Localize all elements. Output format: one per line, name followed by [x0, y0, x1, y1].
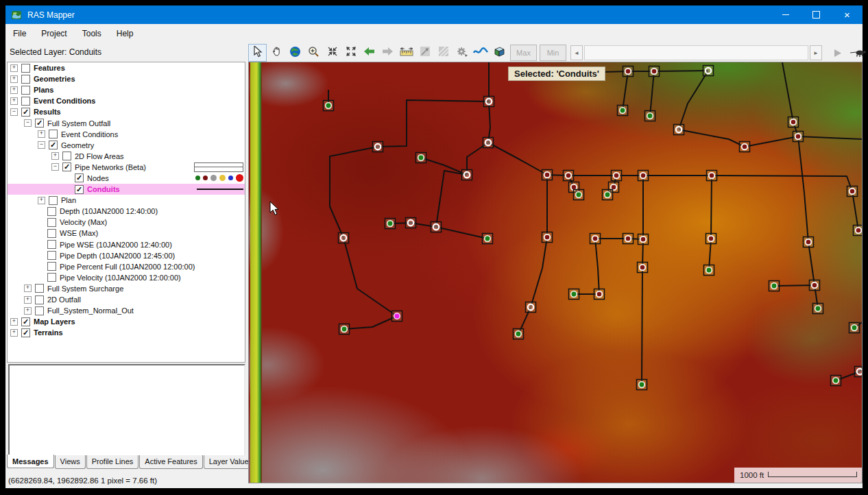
3d-viewer-button[interactable]	[490, 45, 507, 61]
pipe-node-g[interactable]	[483, 234, 493, 244]
checkbox-pipe-depth-10jan2000-12-45-00[interactable]	[47, 251, 56, 260]
tree-item-pipe-velocity-10jan2000-12-00-00[interactable]: Pipe Velocity (10JAN2000 12:00:00)	[8, 272, 245, 283]
tab-messages[interactable]: Messages	[7, 455, 54, 468]
map-view[interactable]: Selected: 'Conduits' 1000 ft	[248, 62, 863, 483]
tab-active-features[interactable]: Active Features	[139, 455, 202, 469]
checkbox-features[interactable]	[21, 64, 30, 73]
close-button[interactable]: ×	[832, 5, 863, 24]
tree-item-nodes[interactable]: ✓Nodes	[8, 173, 245, 184]
pipe-node-m[interactable]	[392, 311, 402, 322]
pipe-node-h[interactable]	[339, 233, 349, 243]
tab-profile-lines[interactable]: Profile Lines	[86, 455, 139, 469]
checkbox-2d-outfall[interactable]	[35, 295, 44, 304]
profile-line-tool-button[interactable]	[416, 45, 433, 61]
tree-item-geometries[interactable]: +Geometries	[8, 73, 245, 84]
menu-file[interactable]: File	[5, 26, 34, 41]
tree-item-pipe-wse-10jan2000-12-40-00[interactable]: Pipe WSE (10JAN2000 12:40:00)	[8, 239, 245, 250]
pipe-node-h[interactable]	[526, 302, 536, 313]
expand-icon[interactable]: +	[10, 97, 18, 105]
expand-icon[interactable]: +	[24, 285, 32, 292]
pipe-node-j[interactable]	[612, 171, 622, 181]
pipe-node-g[interactable]	[769, 281, 780, 291]
tree-item-full-system-normal-out[interactable]: +Full_System_Normal_Out	[8, 305, 245, 316]
play-animation-button[interactable]	[829, 45, 846, 61]
pipe-node-h[interactable]	[674, 125, 684, 135]
pipe-node-g[interactable]	[514, 329, 524, 339]
pipe-node-h[interactable]	[406, 218, 416, 228]
pipe-node-g[interactable]	[385, 219, 396, 229]
pipe-node-j[interactable]	[854, 226, 863, 236]
checkbox-event-conditions[interactable]	[49, 130, 58, 138]
tree-item-pipe-depth-10jan2000-12-45-00[interactable]: Pipe Depth (10JAN2000 12:45:00)	[8, 250, 245, 261]
conduit-line[interactable]	[547, 175, 852, 191]
pipe-node-h[interactable]	[431, 222, 442, 232]
tree-item-2d-outfall[interactable]: +2D Outfall	[8, 294, 245, 305]
tree-item-pipe-networks-beta[interactable]: −✓Pipe Networks (Beta)	[8, 162, 245, 173]
tab-views[interactable]: Views	[55, 455, 86, 469]
collapse-icon[interactable]: −	[51, 163, 59, 171]
tree-item-terrains[interactable]: +✓Terrains	[8, 327, 245, 338]
pipe-node-g[interactable]	[813, 304, 823, 314]
pipe-node-g[interactable]	[416, 153, 426, 163]
expand-icon[interactable]: +	[38, 130, 45, 138]
pipe-node-h[interactable]	[483, 138, 494, 148]
maximize-button[interactable]	[801, 5, 832, 24]
pipe-node-g[interactable]	[574, 190, 584, 200]
zoom-tool-button[interactable]	[305, 45, 322, 61]
conduit-line[interactable]	[330, 147, 378, 238]
conduit-line[interactable]	[745, 136, 798, 147]
pipe-node-g[interactable]	[831, 376, 841, 386]
pipe-node-j[interactable]	[649, 67, 660, 77]
conduit-line[interactable]	[595, 239, 599, 294]
checkbox-geometry[interactable]: ✓	[49, 141, 58, 149]
time-slider-left-arrow[interactable]: ◄	[570, 45, 583, 60]
menu-help[interactable]: Help	[109, 26, 141, 41]
checkbox-2d-flow-areas[interactable]	[62, 152, 71, 160]
previous-view-button[interactable]	[361, 45, 378, 61]
tree-item-velocity-max[interactable]: Velocity (Max)	[8, 217, 245, 228]
checkbox-pipe-percent-full-10jan2000-12-00-00[interactable]	[47, 262, 56, 271]
expand-icon[interactable]: +	[10, 318, 18, 326]
conduit-line[interactable]	[623, 71, 628, 110]
select-tool-button[interactable]	[248, 44, 267, 62]
minimize-button[interactable]	[770, 5, 801, 24]
pipe-node-j[interactable]	[623, 67, 634, 77]
measure-tool-button[interactable]	[398, 45, 415, 61]
conduit-line[interactable]	[642, 176, 643, 385]
expand-icon[interactable]: +	[10, 64, 18, 72]
pipe-node-j[interactable]	[706, 234, 716, 244]
conduit-line[interactable]	[679, 130, 745, 147]
collapse-icon[interactable]: −	[24, 119, 32, 127]
checkbox-full-system-surcharge[interactable]	[35, 284, 44, 293]
checkbox-full-system-normal-out[interactable]	[35, 306, 44, 315]
checkbox-pipe-networks-beta[interactable]: ✓	[62, 162, 71, 171]
tree-item-plan[interactable]: +Plan	[8, 195, 245, 206]
pipe-node-g[interactable]	[637, 380, 647, 390]
tree-item-conduits[interactable]: ✓Conduits	[8, 184, 245, 195]
pipe-node-j[interactable]	[623, 234, 634, 244]
conduit-line[interactable]	[488, 101, 490, 143]
water-profile-tool-button[interactable]	[472, 45, 489, 61]
pipe-node-h[interactable]	[484, 97, 494, 107]
conduit-line[interactable]	[782, 62, 815, 285]
pipe-node-j[interactable]	[542, 170, 553, 180]
pipe-node-j[interactable]	[788, 117, 799, 128]
pipe-node-h[interactable]	[462, 170, 472, 180]
pipe-node-g[interactable]	[704, 265, 714, 276]
expand-icon[interactable]: +	[10, 75, 18, 83]
checkbox-pipe-velocity-10jan2000-12-00-00[interactable]	[47, 273, 56, 282]
collapse-icon[interactable]: −	[10, 108, 18, 116]
checkbox-depth-10jan2000-12-40-00[interactable]	[47, 207, 56, 216]
collapse-icon[interactable]: −	[38, 141, 45, 149]
pipe-node-g[interactable]	[603, 190, 613, 200]
settings-tool-button[interactable]	[453, 45, 470, 61]
pipe-node-j[interactable]	[638, 171, 649, 181]
checkbox-map-layers[interactable]: ✓	[21, 317, 30, 326]
zoom-extents-button[interactable]	[287, 45, 304, 61]
pipe-node-h[interactable]	[373, 142, 383, 152]
tree-item-features[interactable]: +Features	[8, 62, 245, 73]
conduit-line[interactable]	[798, 136, 863, 139]
pipe-node-j[interactable]	[804, 237, 814, 248]
zoom-out-button[interactable]	[342, 45, 359, 61]
checkbox-terrains[interactable]: ✓	[21, 328, 30, 337]
